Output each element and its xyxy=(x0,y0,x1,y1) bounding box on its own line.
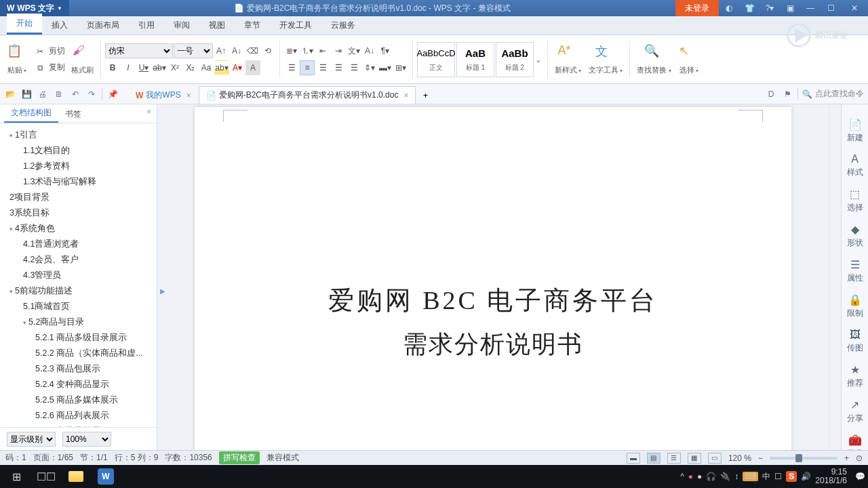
asian-layout-button[interactable]: 文▾ xyxy=(347,43,361,58)
sort-button[interactable]: A↓ xyxy=(362,43,377,58)
print-preview-icon[interactable]: 🗎 xyxy=(53,88,65,100)
align-center-button[interactable]: ≡ xyxy=(300,60,315,75)
close-icon[interactable]: × xyxy=(403,91,408,100)
highlight-button[interactable]: ab▾ xyxy=(214,60,229,75)
zoom-slider[interactable] xyxy=(770,457,837,460)
zoom-label[interactable]: 120 % xyxy=(728,453,751,463)
tab-review[interactable]: 审阅 xyxy=(164,16,199,35)
view-print-icon[interactable]: ▤ xyxy=(647,453,660,464)
shirt-icon[interactable]: 👕 xyxy=(739,0,760,16)
view-read-icon[interactable]: ▭ xyxy=(708,453,722,464)
minimize-icon[interactable]: — xyxy=(800,0,821,16)
shading-button[interactable]: ▬▾ xyxy=(378,60,393,75)
tab-layout[interactable]: 页面布局 xyxy=(77,16,129,35)
taskbar-clock[interactable]: 9:152018/1/6 xyxy=(815,468,851,485)
tray-chevron-icon[interactable]: ^ xyxy=(680,472,684,481)
system-tray[interactable]: ^ ●●🎧🔌↕⌨中☐S🔊 9:152018/1/6 💬 xyxy=(680,468,865,485)
document-viewport[interactable]: ▶ 爱购网 B2C 电子商务平台 需求分析说明书 xyxy=(157,104,829,450)
sidepanel-样式[interactable]: A样式 xyxy=(847,153,863,178)
vertical-scrollbar[interactable] xyxy=(829,104,841,450)
outline-item[interactable]: 5.2.3 商品包展示 xyxy=(0,361,157,377)
file-explorer-icon[interactable] xyxy=(62,466,90,487)
shrink-font-icon[interactable]: A↓ xyxy=(229,43,244,58)
borders-button[interactable]: ⊞▾ xyxy=(393,60,408,75)
outline-zoom-select[interactable]: 100% xyxy=(62,432,111,447)
paste-button[interactable]: 粘贴 xyxy=(7,65,26,75)
bullets-button[interactable]: ≣▾ xyxy=(284,43,299,58)
outline-item[interactable]: 4.1普通浏览者 xyxy=(0,237,157,252)
sidepanel-工具[interactable]: 🧰工具 xyxy=(847,434,863,450)
numbering-button[interactable]: ⒈▾ xyxy=(300,43,315,58)
wps-taskbar-icon[interactable]: W xyxy=(92,466,119,487)
style-h2[interactable]: AaBb标题 2 xyxy=(496,42,534,77)
sidepanel-形状[interactable]: ◆形状 xyxy=(847,223,863,249)
nav-tab-structure[interactable]: 文档结构图 xyxy=(4,104,58,123)
outline-item[interactable]: 5.2.4 变种商品显示 xyxy=(0,377,157,392)
format-painter-button[interactable]: 格式刷 xyxy=(71,65,94,75)
flag-icon[interactable]: ⚑ xyxy=(781,88,793,100)
tab-cloud[interactable]: 云服务 xyxy=(321,16,365,35)
painter-icon[interactable]: 🖌 xyxy=(73,43,93,64)
clear-format-icon[interactable]: ⌫ xyxy=(245,43,260,58)
outline-item[interactable]: 5.1商城首页 xyxy=(0,299,157,314)
indent-button[interactable]: ⇥ xyxy=(331,43,346,58)
sidepanel-属性[interactable]: ☰属性 xyxy=(847,258,863,284)
text-tools-icon[interactable]: 文 xyxy=(595,43,616,64)
outline-item[interactable]: 5.2.5 商品多媒体展示 xyxy=(0,392,157,408)
select-icon[interactable]: ↖ xyxy=(679,43,699,64)
text-tools-button[interactable]: 文字工具 xyxy=(589,65,623,75)
view-fullscreen-icon[interactable]: ▬ xyxy=(627,453,640,464)
outline-item[interactable]: 5.2.2 商品（实体商品和虚... xyxy=(0,346,157,361)
select-button[interactable]: 选择 xyxy=(679,65,698,75)
nav-tab-bookmark[interactable]: 书签 xyxy=(58,105,88,123)
distribute-button[interactable]: ☰ xyxy=(347,60,361,75)
align-right-button[interactable]: ☰ xyxy=(315,60,330,75)
underline-button[interactable]: U▾ xyxy=(136,60,151,75)
skin-icon[interactable]: ◐ xyxy=(719,0,739,16)
sidepanel-分享[interactable]: ↗分享 xyxy=(847,399,863,424)
copy-button[interactable]: ⧉复制 xyxy=(32,60,66,75)
font-select[interactable]: 仿宋 xyxy=(105,43,173,58)
cut-button[interactable]: ✂剪切 xyxy=(32,44,66,59)
restore-icon[interactable]: ▣ xyxy=(780,0,800,16)
tab-view[interactable]: 视图 xyxy=(199,16,235,35)
status-spellcheck[interactable]: 拼写检查 xyxy=(219,451,260,464)
line-spacing-button[interactable]: ⇕▾ xyxy=(362,60,377,75)
open-icon[interactable]: 📂 xyxy=(4,88,16,100)
print-icon[interactable]: 🖨 xyxy=(37,88,49,100)
styles-expand-icon[interactable]: ⌄ xyxy=(535,42,543,77)
start-button[interactable]: ⊞ xyxy=(3,466,30,487)
tab-chapter[interactable]: 章节 xyxy=(235,16,270,35)
outline-item[interactable]: 1.2参考资料 xyxy=(0,159,157,174)
find-icon[interactable]: 🔍 xyxy=(644,43,665,64)
outline-item[interactable]: 5.2.1 商品多级目录展示 xyxy=(0,330,157,346)
help-icon[interactable]: ?▾ xyxy=(760,0,780,16)
notifications-icon[interactable]: 💬 xyxy=(855,472,865,481)
doc-tab-current[interactable]: 📄爱购网-B2C电子商务平台需求分析说明书v1.0.doc× xyxy=(199,86,416,104)
pin-icon[interactable]: 📌 xyxy=(106,88,119,100)
close-icon[interactable]: ✕ xyxy=(841,0,868,16)
superscript-button[interactable]: X² xyxy=(167,60,182,75)
outline-level-select[interactable]: 显示级别 xyxy=(7,432,56,447)
bold-button[interactable]: B xyxy=(105,60,120,75)
zoom-in-icon[interactable]: + xyxy=(844,453,849,463)
justify-button[interactable]: ☰ xyxy=(331,60,346,75)
sidepanel-新建[interactable]: 📄新建 xyxy=(847,118,863,144)
save-icon[interactable]: 💾 xyxy=(20,88,33,100)
login-button[interactable]: 未登录 xyxy=(675,0,719,16)
tab-start[interactable]: 开始 xyxy=(7,14,42,35)
outline-item[interactable]: 5前端功能描述 xyxy=(0,283,157,299)
outline-item[interactable]: 4.3管理员 xyxy=(0,268,157,283)
change-case-button[interactable]: Aa xyxy=(199,60,214,75)
wps-special-icon[interactable]: ⟲ xyxy=(260,43,275,58)
new-style-button[interactable]: 新样式 xyxy=(555,65,581,75)
command-search[interactable]: 🔍点此查找命令 xyxy=(802,88,864,100)
close-icon[interactable]: × xyxy=(186,91,191,100)
doc-tab-mywps[interactable]: W我的WPS× xyxy=(128,86,199,104)
outline-tree[interactable]: 1引言1.1文档目的1.2参考资料1.3术语与缩写解释2项目背景3系统目标4系统… xyxy=(0,123,157,427)
font-color-button[interactable]: A▾ xyxy=(230,60,245,75)
view-outline-icon[interactable]: ▦ xyxy=(688,453,701,464)
close-nav-icon[interactable]: × xyxy=(146,107,151,117)
style-normal[interactable]: AaBbCcD正文 xyxy=(417,42,455,77)
tab-insert[interactable]: 插入 xyxy=(42,16,77,35)
